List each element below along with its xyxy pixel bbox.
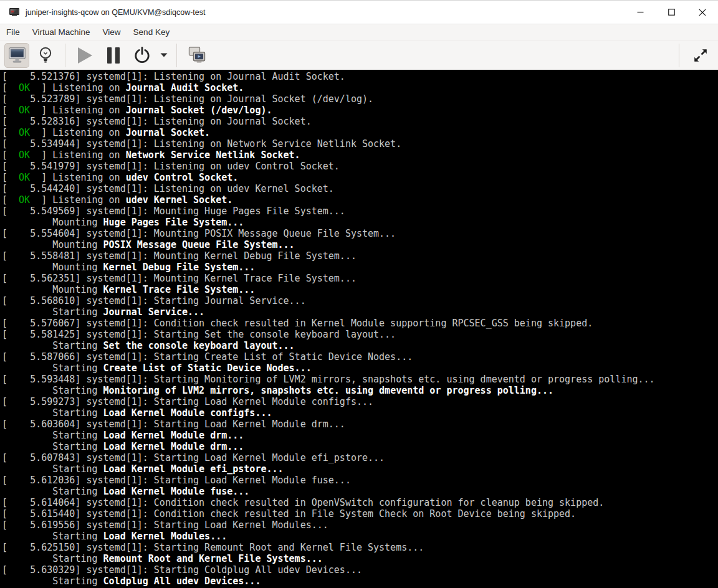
window-controls: [625, 1, 718, 24]
console-line: [ 5.554604] systemd[1]: Mounting POSIX M…: [2, 228, 718, 239]
console-line: [ 5.607843] systemd[1]: Starting Load Ke…: [2, 452, 718, 463]
play-icon: [77, 47, 93, 64]
console-line: Starting Create List of Static Device No…: [2, 363, 718, 374]
console-line: Starting Load Kernel Module efi_pstore..…: [2, 463, 718, 475]
console-line: Starting Remount Root and Kernel File Sy…: [2, 553, 718, 564]
console-line: [ 5.562351] systemd[1]: Mounting Kernel …: [2, 273, 718, 284]
console-line: [ 5.541979] systemd[1]: Listening on ude…: [2, 161, 718, 172]
toolbar-separator: [679, 44, 679, 67]
menubar: File Virtual Machine View Send Key: [0, 24, 718, 40]
console-line: [ OK ] Listening on udev Control Socket.: [2, 172, 718, 183]
fullscreen-expand-icon: [692, 47, 709, 64]
minimize-button[interactable]: [625, 1, 656, 24]
guest-console-display[interactable]: [ 5.521376] systemd[1]: Listening on Jou…: [0, 70, 718, 588]
chevron-down-icon: [160, 53, 168, 57]
console-line: [ 5.593448] systemd[1]: Starting Monitor…: [2, 374, 718, 385]
console-line: [ 5.625150] systemd[1]: Starting Remount…: [2, 542, 718, 553]
console-line: Mounting Kernel Trace File System...: [2, 284, 718, 295]
virtual-displays-button[interactable]: [184, 43, 209, 68]
window-title: juniper-insights-qcow on QEMU/KVM@sdiqco…: [26, 8, 205, 17]
console-line: [ 5.581425] systemd[1]: Starting Set the…: [2, 329, 718, 340]
console-line: Starting Journal Service...: [2, 306, 718, 318]
console-line: [ 5.619556] systemd[1]: Starting Load Ke…: [2, 519, 718, 531]
console-line: [ 5.523789] systemd[1]: Listening on Jou…: [2, 93, 718, 105]
monitor-icon: [9, 47, 26, 63]
console-line: Starting Load Kernel Module drm...: [2, 441, 718, 452]
console-line: Starting Load Kernel Modules...: [2, 531, 718, 542]
toolbar: [0, 40, 718, 70]
menu-virtual-machine[interactable]: Virtual Machine: [26, 24, 97, 40]
console-line: [ OK ] Listening on Journal Socket.: [2, 127, 718, 138]
close-button[interactable]: [687, 1, 718, 24]
console-line: [ 5.534944] systemd[1]: Listening on Net…: [2, 138, 718, 149]
toolbar-separator: [65, 44, 65, 67]
lightbulb-icon: [38, 47, 53, 64]
console-line: Mounting Huge Pages File System...: [2, 217, 718, 228]
toolbar-separator: [176, 44, 177, 67]
console-line: [ 5.558481] systemd[1]: Mounting Kernel …: [2, 250, 718, 262]
virt-manager-app-icon: [9, 8, 20, 17]
power-icon: [133, 47, 151, 64]
menu-file[interactable]: File: [0, 24, 26, 40]
console-line: Starting Load Kernel Module configfs...: [2, 407, 718, 419]
console-line: [ 5.614064] systemd[1]: Condition check …: [2, 497, 718, 508]
maximize-icon: [668, 9, 675, 16]
console-line: Mounting Kernel Debug File System...: [2, 262, 718, 273]
console-line: [ 5.528316] systemd[1]: Listening on Jou…: [2, 116, 718, 127]
displays-icon: [187, 47, 206, 64]
console-line: [ OK ] Listening on Journal Socket (/dev…: [2, 105, 718, 116]
console-line: [ OK ] Listening on udev Kernel Socket.: [2, 194, 718, 206]
fullscreen-button[interactable]: [687, 43, 714, 68]
console-line: [ 5.599273] systemd[1]: Starting Load Ke…: [2, 396, 718, 407]
console-line: [ 5.612036] systemd[1]: Starting Load Ke…: [2, 475, 718, 486]
console-line: [ 5.587066] systemd[1]: Starting Create …: [2, 351, 718, 363]
console-line: Starting Monitoring of LVM2 mirrors, sna…: [2, 385, 718, 396]
console-line: Starting Set the console keyboard layout…: [2, 340, 718, 351]
console-line: [ 5.544240] systemd[1]: Listening on ude…: [2, 183, 718, 194]
console-line: [ OK ] Listening on Network Service Netl…: [2, 149, 718, 161]
shutdown-button[interactable]: [130, 43, 155, 68]
console-line: [ 5.615440] systemd[1]: Condition check …: [2, 508, 718, 519]
console-line: [ 5.576067] systemd[1]: Condition check …: [2, 318, 718, 329]
console-line: [ OK ] Listening on Journal Audit Socket…: [2, 82, 718, 93]
menu-view[interactable]: View: [97, 24, 127, 40]
graphical-console-button[interactable]: [4, 43, 29, 68]
minimize-icon: [637, 9, 644, 16]
close-icon: [699, 9, 706, 16]
menu-send-key[interactable]: Send Key: [127, 24, 176, 40]
shutdown-menu-button[interactable]: [156, 43, 171, 68]
console-line: [ 5.549569] systemd[1]: Mounting Huge Pa…: [2, 206, 718, 217]
console-line: Mounting POSIX Message Queue File System…: [2, 239, 718, 250]
console-line: Starting Coldplug All udev Devices...: [2, 576, 718, 587]
virt-manager-window: juniper-insights-qcow on QEMU/KVM@sdiqco…: [0, 0, 718, 588]
console-line: [ 5.603604] systemd[1]: Starting Load Ke…: [2, 419, 718, 430]
console-line: Starting Load Kernel Module drm...: [2, 430, 718, 441]
console-line: [ 5.521376] systemd[1]: Listening on Jou…: [2, 71, 718, 82]
titlebar: juniper-insights-qcow on QEMU/KVM@sdiqco…: [0, 0, 718, 24]
pause-button[interactable]: [101, 43, 126, 68]
console-line: [ 5.568610] systemd[1]: Starting Journal…: [2, 295, 718, 306]
hardware-details-button[interactable]: [33, 43, 58, 68]
pause-icon: [107, 47, 120, 64]
console-line: [ 5.630329] systemd[1]: Starting Coldplu…: [2, 564, 718, 576]
console-line: Starting Load Kernel Module fuse...: [2, 486, 718, 497]
run-button: [72, 43, 97, 68]
maximize-button[interactable]: [656, 1, 687, 24]
